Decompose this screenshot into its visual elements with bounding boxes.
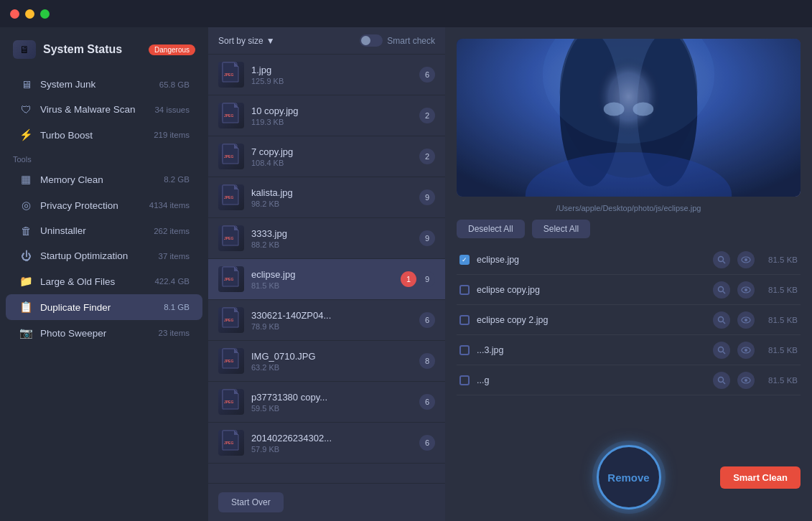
file-badge: 2 bbox=[419, 149, 435, 164]
sidebar-item-memory-clean[interactable]: ▦ Memory Clean 8.2 GB bbox=[6, 166, 202, 192]
maximize-button[interactable] bbox=[40, 9, 50, 19]
middle-footer: Start Over bbox=[208, 483, 445, 521]
search-icon-button[interactable] bbox=[713, 372, 730, 389]
smart-clean-button[interactable]: Smart Clean bbox=[720, 466, 801, 489]
file-size: 63.2 KB bbox=[251, 363, 412, 372]
file-item[interactable]: JPEG kalista.jpg 98.2 KB9 bbox=[208, 177, 445, 218]
sidebar-item-turbo-boost[interactable]: ⚡ Turbo Boost 219 items bbox=[6, 122, 202, 148]
file-thumb: JPEG bbox=[218, 389, 244, 415]
sidebar-item-large-old-files[interactable]: 📁 Large & Old Files 422.4 GB bbox=[6, 268, 202, 294]
file-item[interactable]: JPEG p37731380 copy... 59.5 KB6 bbox=[208, 382, 445, 423]
file-name: eclipse.jpg bbox=[251, 269, 393, 280]
file-item[interactable]: JPEG 330621-140ZP04... 78.9 KB6 bbox=[208, 300, 445, 341]
preview-icon-button[interactable] bbox=[737, 251, 755, 268]
svg-point-50 bbox=[719, 257, 724, 262]
sidebar-item-photo-sweeper[interactable]: 📷 Photo Sweeper 23 items bbox=[6, 320, 202, 346]
duplicate-finder-icon: 📋 bbox=[19, 301, 33, 314]
sidebar-item-label: Uninstaller bbox=[40, 225, 146, 236]
duplicate-checkbox[interactable] bbox=[459, 315, 470, 325]
smart-check-label: Smart check bbox=[387, 36, 435, 46]
file-badge: 6 bbox=[419, 394, 435, 410]
preview-path: /Users/apple/Desktop/photo/js/eclipse.jp… bbox=[457, 204, 801, 212]
middle-panel: Sort by size ▼ Smart check JPEG 1.jpg 12… bbox=[208, 27, 445, 521]
tools-label: Tools bbox=[0, 148, 208, 166]
preview-icon-button[interactable] bbox=[737, 372, 755, 389]
sidebar-item-value: 8.1 GB bbox=[164, 303, 190, 311]
file-item[interactable]: JPEG 20140226234302... 57.9 KB6 bbox=[208, 423, 445, 464]
file-item[interactable]: JPEG 7 copy.jpg 108.4 KB2 bbox=[208, 136, 445, 177]
svg-point-61 bbox=[745, 319, 747, 321]
file-badge: 9 bbox=[419, 189, 435, 205]
file-badge: 9 bbox=[419, 271, 435, 287]
sidebar-item-uninstaller[interactable]: 🗑 Uninstaller 262 items bbox=[6, 218, 202, 243]
sidebar-header: 🖥 System Status Dangerous bbox=[0, 40, 208, 72]
file-item[interactable]: JPEG 3333.jpg 88.2 KB9 bbox=[208, 218, 445, 259]
search-icon-button[interactable] bbox=[713, 311, 730, 329]
smart-check-toggle[interactable] bbox=[360, 34, 383, 47]
file-item[interactable]: JPEG eclipse.jpg 81.5 KB19 bbox=[208, 259, 445, 300]
svg-text:JPEG: JPEG bbox=[224, 441, 233, 445]
search-icon-button[interactable] bbox=[713, 342, 730, 359]
sidebar-title: System Status bbox=[43, 43, 122, 56]
file-size: 98.2 KB bbox=[251, 200, 412, 208]
file-name: 10 copy.jpg bbox=[251, 105, 412, 116]
main-layout: 🖥 System Status Dangerous 🖥 System Junk … bbox=[0, 27, 812, 521]
bottom-bar: Remove Smart Clean bbox=[457, 441, 801, 510]
svg-text:JPEG: JPEG bbox=[224, 400, 233, 404]
svg-point-58 bbox=[719, 317, 724, 322]
file-badge: 6 bbox=[419, 312, 435, 328]
sidebar-item-value: 219 items bbox=[154, 131, 190, 139]
search-icon-button[interactable] bbox=[713, 251, 730, 268]
sidebar-item-duplicate-finder[interactable]: 📋 Duplicate Finder 8.1 GB bbox=[6, 294, 202, 320]
file-item[interactable]: JPEG 10 copy.jpg 119.3 KB2 bbox=[208, 95, 445, 136]
sidebar-item-label: Startup Optimization bbox=[40, 250, 151, 261]
duplicate-checkbox[interactable] bbox=[459, 285, 470, 295]
duplicate-list: eclipse.jpg81.5 KBeclipse copy.jpg81.5 K… bbox=[457, 245, 801, 433]
preview-icon-button[interactable] bbox=[737, 342, 755, 359]
start-over-button[interactable]: Start Over bbox=[218, 492, 284, 512]
file-badge: 2 bbox=[419, 108, 435, 123]
file-list: JPEG 1.jpg 125.9 KB6 JPEG 10 copy.jpg 11… bbox=[208, 55, 445, 483]
file-name: 7 copy.jpg bbox=[251, 146, 412, 157]
duplicate-checkbox[interactable] bbox=[459, 255, 470, 265]
file-item[interactable]: JPEG 1.jpg 125.9 KB6 bbox=[208, 55, 445, 95]
svg-point-57 bbox=[745, 288, 747, 291]
right-panel: /Users/apple/Desktop/photo/js/eclipse.jp… bbox=[445, 27, 812, 521]
file-size: 88.2 KB bbox=[251, 240, 412, 249]
sidebar-item-privacy-protection[interactable]: ◎ Privacy Protection 4134 items bbox=[6, 192, 202, 218]
titlebar bbox=[0, 0, 812, 27]
sidebar-item-label: Memory Clean bbox=[40, 174, 157, 185]
sidebar-item-label: System Junk bbox=[40, 79, 152, 90]
preview-icon-button[interactable] bbox=[737, 281, 755, 299]
file-size: 81.5 KB bbox=[251, 281, 393, 290]
sidebar-item-startup-optimization[interactable]: ⏻ Startup Optimization 37 items bbox=[6, 243, 202, 268]
file-name: 1.jpg bbox=[251, 65, 412, 75]
duplicate-checkbox[interactable] bbox=[459, 345, 470, 355]
preview-image bbox=[457, 39, 801, 197]
sidebar-item-label: Privacy Protection bbox=[40, 200, 142, 211]
close-button[interactable] bbox=[10, 9, 19, 19]
duplicate-checkbox[interactable] bbox=[459, 375, 470, 385]
photo-sweeper-icon: 📷 bbox=[19, 327, 33, 339]
sort-button[interactable]: Sort by size ▼ bbox=[218, 36, 275, 46]
sidebar-item-system-junk[interactable]: 🖥 System Junk 65.8 GB bbox=[6, 72, 202, 97]
select-all-button[interactable]: Select All bbox=[532, 220, 590, 238]
duplicate-item: eclipse.jpg81.5 KB bbox=[457, 245, 801, 275]
file-name: 20140226234302... bbox=[251, 433, 412, 443]
duplicate-filename: ...3.jpg bbox=[477, 345, 706, 355]
virus-scan-icon: 🛡 bbox=[19, 103, 33, 116]
deselect-all-button[interactable]: Deselect All bbox=[457, 220, 525, 238]
file-thumb: JPEG bbox=[218, 430, 244, 456]
sidebar-item-value: 37 items bbox=[159, 252, 190, 260]
uninstaller-icon: 🗑 bbox=[19, 225, 33, 237]
search-icon-button[interactable] bbox=[713, 281, 730, 299]
duplicate-item: eclipse copy.jpg81.5 KB bbox=[457, 276, 801, 305]
sidebar-item-virus-scan[interactable]: 🛡 Virus & Malware Scan 34 issues bbox=[6, 97, 202, 122]
sidebar-item-label: Virus & Malware Scan bbox=[40, 104, 147, 115]
minimize-button[interactable] bbox=[25, 9, 34, 19]
preview-icon-button[interactable] bbox=[737, 311, 755, 329]
remove-button[interactable]: Remove bbox=[597, 445, 661, 510]
system-junk-icon: 🖥 bbox=[19, 78, 33, 90]
file-item[interactable]: JPEG IMG_0710.JPG 63.2 KB8 bbox=[208, 341, 445, 382]
svg-point-69 bbox=[745, 379, 747, 382]
